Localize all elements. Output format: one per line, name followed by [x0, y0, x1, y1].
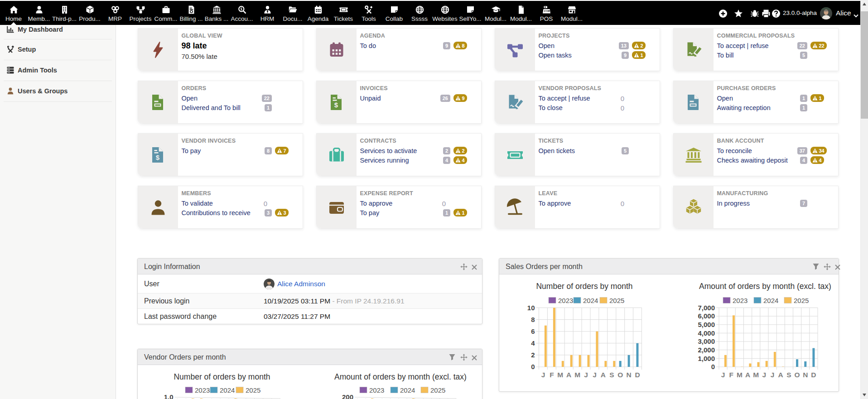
svg-text:S: S [609, 371, 614, 379]
svg-text:Amount of orders by month (exc: Amount of orders by month (excl. tax) [334, 372, 467, 381]
svg-text:F: F [550, 371, 554, 379]
svg-text:A: A [745, 371, 750, 379]
svg-text:2023: 2023 [733, 297, 747, 304]
svg-text:M: M [557, 371, 563, 379]
svg-text:Number of orders by month: Number of orders by month [536, 282, 632, 291]
svg-text:J: J [721, 371, 725, 379]
svg-text:2024: 2024 [763, 297, 778, 304]
svg-text:D: D [635, 371, 640, 379]
svg-text:M: M [753, 371, 759, 379]
svg-text:O: O [617, 371, 623, 379]
svg-text:A: A [566, 371, 571, 379]
svg-text:2,000: 2,000 [698, 346, 715, 354]
svg-text:J: J [771, 371, 775, 379]
svg-text:Amount of orders by month (exc: Amount of orders by month (excl. tax) [699, 282, 831, 291]
svg-text:2023: 2023 [369, 386, 384, 394]
svg-text:N: N [626, 371, 631, 379]
svg-text:A: A [778, 371, 783, 379]
svg-text:J: J [593, 371, 597, 379]
svg-text:M: M [737, 371, 743, 379]
svg-text:2025: 2025 [794, 297, 809, 304]
svg-text:$: $ [156, 154, 160, 161]
svg-text:$: $ [334, 101, 338, 109]
svg-text:7,000: 7,000 [698, 304, 715, 312]
svg-text:8: 8 [531, 316, 535, 323]
svg-text:6: 6 [531, 327, 535, 335]
svg-text:2025: 2025 [609, 297, 624, 304]
svg-text:200: 200 [342, 393, 353, 399]
svg-text:2023: 2023 [558, 297, 573, 304]
svg-text:J: J [762, 371, 767, 379]
svg-text:S: S [786, 371, 791, 379]
svg-text:0: 0 [711, 363, 715, 370]
svg-text:4: 4 [531, 339, 535, 347]
svg-text:D: D [811, 371, 816, 379]
svg-text:2: 2 [531, 351, 535, 359]
svg-text:2025: 2025 [430, 386, 445, 394]
svg-text:5,000: 5,000 [698, 321, 715, 328]
svg-text:2024: 2024 [220, 386, 235, 394]
svg-text:2023: 2023 [195, 386, 210, 394]
svg-text:J: J [584, 371, 588, 379]
svg-text:M: M [574, 371, 580, 379]
svg-text:10: 10 [527, 304, 535, 312]
svg-text:2024: 2024 [583, 297, 598, 304]
svg-text:6,000: 6,000 [698, 312, 715, 320]
svg-text:2024: 2024 [400, 386, 415, 394]
svg-text:2025: 2025 [246, 386, 260, 394]
svg-text:3,000: 3,000 [698, 337, 715, 345]
svg-text:4,000: 4,000 [698, 329, 715, 337]
svg-text:Number of orders by month: Number of orders by month [174, 372, 270, 381]
svg-text:J: J [541, 371, 545, 379]
svg-text:1,000: 1,000 [698, 355, 715, 362]
svg-text:0: 0 [531, 363, 535, 370]
svg-text:N: N [803, 371, 808, 379]
svg-text:O: O [795, 371, 800, 379]
svg-text:F: F [729, 371, 733, 379]
svg-text:1.0: 1.0 [164, 393, 174, 399]
svg-text:A: A [601, 371, 606, 379]
